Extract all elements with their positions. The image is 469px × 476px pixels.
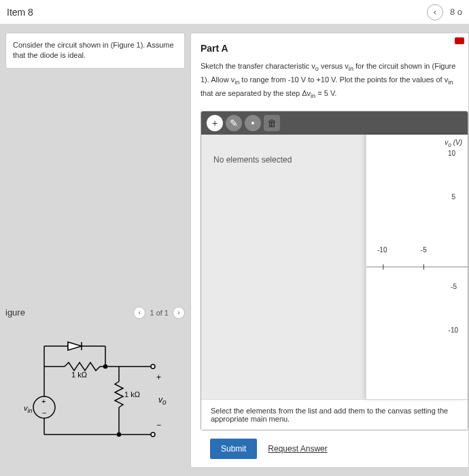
svg-point-20 bbox=[151, 432, 155, 437]
bookmark-icon[interactable] bbox=[455, 37, 464, 44]
delete-tool-button[interactable]: 🗑 bbox=[264, 115, 280, 131]
no-selection-message: No elements selected bbox=[201, 135, 366, 399]
figure-pager-text: 1 of 1 bbox=[150, 309, 169, 317]
canvas-toolbar: + ✎ • 🗑 bbox=[201, 112, 468, 135]
add-tool-button[interactable]: + bbox=[207, 115, 223, 131]
svg-text:−: − bbox=[156, 420, 161, 430]
part-a-title: Part A bbox=[201, 43, 468, 54]
figure-title: igure bbox=[5, 307, 25, 318]
svg-text:−: − bbox=[42, 409, 46, 417]
question-text: Sketch the transfer characteristic vo ve… bbox=[201, 61, 468, 101]
svg-text:+: + bbox=[41, 397, 46, 405]
point-tool-button[interactable]: • bbox=[245, 115, 261, 131]
figure-next-button[interactable]: › bbox=[173, 307, 185, 319]
figure-prev-button[interactable]: ‹ bbox=[133, 307, 145, 319]
item-counter: 8 o bbox=[450, 7, 462, 17]
canvas-hint: Select the elements from the list and ad… bbox=[201, 399, 468, 430]
item-title: Item 8 bbox=[7, 7, 33, 18]
svg-point-18 bbox=[118, 432, 121, 436]
svg-point-19 bbox=[151, 364, 155, 369]
r2-label: 1 kΩ bbox=[124, 390, 140, 398]
edit-tool-button[interactable]: ✎ bbox=[226, 115, 242, 131]
request-answer-link[interactable]: Request Answer bbox=[268, 444, 327, 454]
svg-marker-10 bbox=[68, 342, 82, 350]
submit-button[interactable]: Submit bbox=[210, 439, 257, 459]
svg-text:+: + bbox=[156, 373, 161, 382]
problem-prompt: Consider the circuit shown in (Figure 1)… bbox=[5, 33, 185, 69]
graph-canvas[interactable]: vo (V) 10 5 -5 -10 -10 -5 bbox=[366, 135, 468, 399]
r1-label: 1 kΩ bbox=[71, 371, 87, 379]
prev-item-button[interactable]: ‹ bbox=[427, 4, 443, 20]
svg-point-15 bbox=[104, 364, 107, 368]
circuit-figure: + − bbox=[17, 333, 173, 448]
